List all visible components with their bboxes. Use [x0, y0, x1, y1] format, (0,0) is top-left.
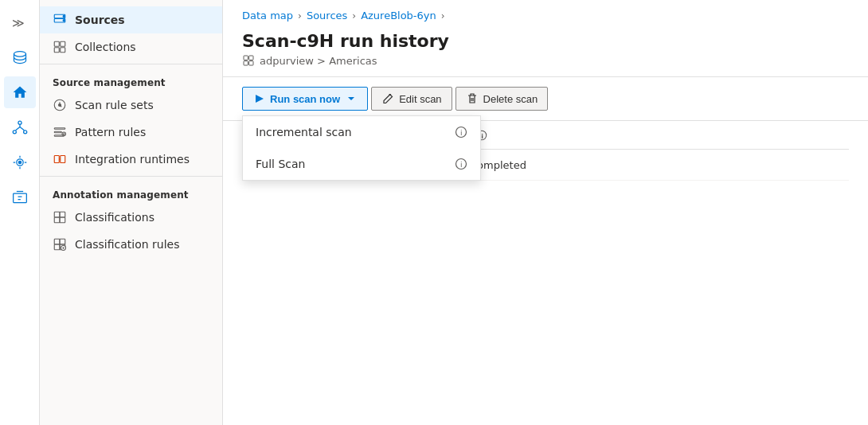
- edit-scan-label: Edit scan: [399, 93, 441, 105]
- data-catalog-icon[interactable]: [4, 41, 36, 73]
- svg-point-3: [13, 131, 16, 134]
- sidebar-divider-1: [40, 64, 222, 64]
- svg-rect-13: [61, 41, 65, 46]
- sidebar-item-classification-rules[interactable]: Classification rules: [40, 231, 222, 258]
- page-header: Scan-c9H run history adpurview > America…: [223, 28, 868, 77]
- toolbar: Run scan now Edit scan Delete scan Incre…: [223, 77, 868, 121]
- svg-rect-14: [54, 48, 59, 53]
- svg-rect-33: [244, 56, 248, 60]
- svg-rect-18: [54, 128, 65, 130]
- full-scan-label: Full Scan: [256, 158, 305, 170]
- svg-rect-27: [60, 217, 65, 223]
- sidebar-item-integration-runtimes[interactable]: Integration runtimes: [40, 146, 222, 173]
- sidebar-item-pattern-rules-label: Pattern rules: [75, 126, 146, 138]
- breadcrumb-sep-3: ›: [441, 10, 445, 21]
- page-subtitle-text: adpurview > Americas: [260, 55, 377, 67]
- play-icon: [252, 92, 265, 105]
- svg-rect-25: [60, 212, 65, 217]
- breadcrumb-data-map[interactable]: Data map: [242, 10, 293, 21]
- breadcrumb-sources[interactable]: Sources: [307, 10, 347, 21]
- delete-icon: [466, 92, 479, 105]
- sidebar-item-integration-runtimes-label: Integration runtimes: [75, 153, 190, 166]
- sidebar: Sources Collections Source management Sc…: [40, 0, 223, 425]
- run-scan-button[interactable]: Run scan now: [242, 87, 368, 111]
- svg-rect-28: [54, 239, 60, 244]
- home-icon[interactable]: [4, 76, 36, 108]
- svg-rect-7: [13, 193, 26, 203]
- edit-scan-button[interactable]: Edit scan: [371, 87, 452, 111]
- sidebar-item-scan-rule-sets-label: Scan rule sets: [75, 99, 154, 111]
- incremental-scan-item[interactable]: Incremental scan i: [243, 116, 480, 148]
- sidebar-item-sources[interactable]: Sources: [40, 6, 222, 33]
- sidebar-item-pattern-rules[interactable]: Pattern rules: [40, 119, 222, 146]
- management-icon[interactable]: [4, 181, 36, 213]
- insights-icon[interactable]: [4, 146, 36, 178]
- svg-point-1: [14, 52, 25, 57]
- svg-rect-22: [54, 156, 59, 163]
- svg-point-4: [23, 131, 26, 134]
- svg-rect-29: [60, 239, 65, 244]
- svg-rect-35: [244, 61, 248, 65]
- sidebar-item-classification-rules-label: Classification rules: [75, 238, 180, 251]
- network-icon[interactable]: [4, 111, 36, 143]
- info-icon-incremental[interactable]: i: [455, 126, 467, 138]
- breadcrumb-sep-1: ›: [298, 10, 302, 21]
- svg-rect-19: [54, 131, 61, 133]
- svg-text:≫: ≫: [12, 16, 25, 30]
- svg-rect-34: [249, 56, 253, 60]
- svg-point-11: [63, 20, 65, 21]
- info-icon-full[interactable]: i: [455, 158, 467, 170]
- annotation-management-header: Annotation management: [40, 180, 222, 204]
- sidebar-divider-2: [40, 176, 222, 177]
- source-management-header: Source management: [40, 68, 222, 92]
- icon-rail: ≫: [0, 0, 40, 425]
- svg-rect-12: [54, 41, 59, 46]
- svg-text:i: i: [460, 161, 463, 169]
- svg-rect-23: [61, 156, 65, 163]
- svg-point-6: [18, 161, 21, 163]
- breadcrumb-sep-2: ›: [352, 10, 356, 21]
- edit-icon: [381, 92, 394, 105]
- sidebar-item-classifications[interactable]: Classifications: [40, 204, 222, 231]
- chevron-down-icon: [345, 92, 358, 105]
- svg-point-10: [63, 15, 65, 17]
- svg-text:i: i: [460, 129, 463, 137]
- run-scan-label: Run scan now: [270, 93, 340, 105]
- svg-rect-26: [54, 217, 60, 223]
- page-subtitle: adpurview > Americas: [242, 54, 849, 67]
- collapse-icon[interactable]: ≫: [4, 6, 36, 38]
- incremental-scan-label: Incremental scan: [256, 126, 352, 138]
- main-content: Data map › Sources › AzureBlob-6yn › Sca…: [223, 0, 868, 425]
- breadcrumb: Data map › Sources › AzureBlob-6yn ›: [223, 0, 868, 28]
- sidebar-item-sources-label: Sources: [75, 14, 125, 26]
- svg-rect-24: [54, 212, 60, 217]
- sidebar-item-scan-rule-sets[interactable]: Scan rule sets: [40, 92, 222, 119]
- page-title: Scan-c9H run history: [242, 31, 849, 51]
- collection-icon: [242, 54, 255, 67]
- svg-point-2: [18, 121, 21, 124]
- svg-text:i: i: [481, 132, 483, 139]
- svg-rect-15: [61, 48, 65, 53]
- svg-rect-36: [249, 61, 253, 65]
- sidebar-item-collections-label: Collections: [75, 41, 136, 53]
- svg-rect-30: [54, 244, 60, 250]
- breadcrumb-azureblob[interactable]: AzureBlob-6yn: [361, 10, 436, 21]
- run-scan-dropdown: Incremental scan i Full Scan i: [242, 115, 481, 181]
- sidebar-item-classifications-label: Classifications: [75, 211, 154, 224]
- delete-scan-button[interactable]: Delete scan: [456, 87, 549, 111]
- full-scan-item[interactable]: Full Scan i: [243, 148, 480, 180]
- svg-point-17: [59, 104, 61, 107]
- delete-scan-label: Delete scan: [483, 93, 538, 105]
- sidebar-item-collections[interactable]: Collections: [40, 33, 222, 60]
